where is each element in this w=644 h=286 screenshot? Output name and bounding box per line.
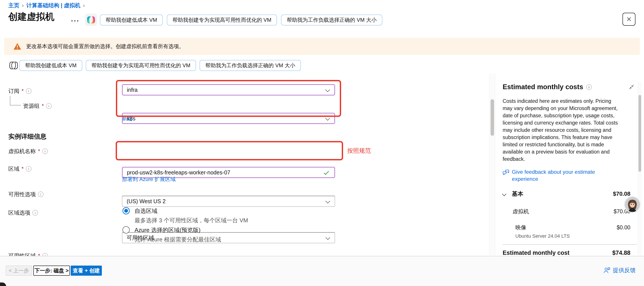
panel-scrollbar-thumb[interactable]	[638, 95, 641, 172]
chevron-down-icon	[326, 235, 330, 240]
costs-disclaimer-text: Costs indicated here are estimates only.…	[503, 98, 618, 163]
copilot-outline-icon	[8, 60, 19, 71]
warning-icon	[14, 43, 21, 50]
info-icon[interactable]	[32, 210, 38, 215]
radio-label[interactable]: 自选区域	[134, 207, 248, 215]
region-label: 区域 *	[8, 165, 32, 172]
info-icon[interactable]	[586, 84, 592, 90]
required-asterisk: *	[22, 166, 24, 172]
suggestion-high-availability-vm-button[interactable]: 帮助我创建专为实现高可用性而优化的 VM	[86, 60, 196, 71]
avatar-image	[625, 197, 640, 212]
feedback-bubbles-icon	[503, 169, 509, 176]
region-select[interactable]: (US) West US 2	[122, 196, 335, 207]
connector-line	[10, 96, 10, 105]
annotation-text: 按照规范	[347, 147, 371, 155]
zone-options-label: 区域选项	[8, 209, 38, 216]
estimated-monthly-cost-row: Estimated monthly cost $74.88	[503, 249, 630, 256]
availability-options-label: 可用性选项	[8, 191, 44, 198]
chevron-down-icon[interactable]	[502, 192, 506, 196]
vm-name-label: 虚拟机名称 *	[8, 148, 48, 155]
suggestion-low-cost-vm-button[interactable]: 帮助我创建低成本 VM	[100, 15, 163, 26]
cost-item-image-sub: Ubuntu Server 24.04 LTS	[503, 233, 634, 239]
copilot-suggestions-row: 帮助我创建低成本 VM 帮助我创建专为实现高可用性而优化的 VM 帮助我为工作负…	[19, 60, 301, 71]
deploy-extended-zone-link[interactable]: 部署到 Azure 扩展区域	[122, 176, 176, 183]
radio-description: 最多选择 3 个可用性区域，每个区域一台 VM	[134, 217, 248, 224]
resource-group-select[interactable]: k8s	[122, 113, 335, 124]
assistant-avatar[interactable]	[624, 196, 641, 213]
radio-description: 允许 Azure 根据需要分配最佳区域	[134, 236, 221, 243]
breadcrumb-section-link[interactable]: 计算基础结构 | 虚拟机	[26, 2, 80, 9]
radio-selected[interactable]	[122, 207, 130, 214]
breadcrumb-separator: ›	[83, 3, 85, 9]
estimated-costs-panel: Estimated monthly costs Costs indicated …	[503, 83, 634, 256]
cost-item-image: 映像 $0.00	[503, 224, 630, 231]
next-step-disks-button[interactable]: 下一步: 磁盘 >	[33, 265, 70, 276]
breadcrumb-home-link[interactable]: 主页	[8, 2, 19, 9]
person-feedback-icon	[604, 267, 610, 273]
radio-unselected[interactable]	[122, 226, 130, 233]
required-asterisk: *	[42, 103, 44, 109]
suggestion-right-vm-size-button[interactable]: 帮助我为工作负载选择正确的 VM 大小	[200, 60, 301, 71]
chevron-down-icon	[326, 199, 330, 203]
annotation-box-vm-name	[116, 141, 343, 160]
review-create-button[interactable]: 查看 + 创建	[71, 265, 102, 276]
close-icon: ✕	[626, 16, 632, 23]
close-button[interactable]: ✕	[622, 13, 636, 26]
create-new-resource-group-link[interactable]: 新建	[122, 115, 132, 122]
required-asterisk: *	[22, 88, 24, 94]
required-asterisk: *	[38, 148, 40, 154]
more-options-icon[interactable]	[71, 20, 78, 22]
info-icon[interactable]	[42, 148, 48, 154]
subscription-label: 订阅 *	[8, 87, 32, 95]
collapse-panel-icon[interactable]	[629, 84, 634, 90]
copilot-logo-button[interactable]	[85, 14, 97, 26]
valid-check-icon	[324, 170, 329, 175]
main-scrollbar-thumb[interactable]	[490, 99, 494, 136]
zone-option-self-select: 自选区域 最多选择 3 个可用性区域，每个区域一台 VM	[122, 207, 248, 224]
copilot-icon	[87, 16, 95, 24]
costs-panel-title: Estimated monthly costs	[503, 83, 634, 91]
previous-step-button[interactable]: < 上一步	[6, 265, 32, 276]
breadcrumb: 主页 › 计算基础结构 | 虚拟机 ›	[8, 2, 85, 9]
suggestion-high-availability-vm-button[interactable]: 帮助我创建专为实现高可用性而优化的 VM	[167, 15, 277, 26]
cost-group-basic: 基本 $70.08	[503, 190, 630, 198]
instance-details-heading: 实例详细信息	[8, 132, 46, 141]
info-icon[interactable]	[46, 103, 52, 109]
connector-line	[10, 105, 21, 105]
panel-divider	[503, 244, 637, 245]
zone-option-azure-select: Azure 选择的区域(预览版) 允许 Azure 根据需要分配最佳区域	[122, 226, 221, 243]
radio-label[interactable]: Azure 选择的区域(预览版)	[134, 226, 221, 234]
cost-item-vm: 虚拟机 $70.08	[503, 208, 630, 215]
subscription-select[interactable]: infra	[122, 84, 335, 95]
warning-text: 更改基本选项可能会重置所做的选择。创建虚拟机前查看所有选项。	[26, 43, 184, 50]
warning-banner: 更改基本选项可能会重置所做的选择。创建虚拟机前查看所有选项。	[4, 38, 640, 55]
copilot-suggestions-row-top: 帮助我创建低成本 VM 帮助我创建专为实现高可用性而优化的 VM 帮助我为工作负…	[100, 15, 382, 26]
resource-group-label: 资源组 *	[23, 102, 52, 110]
breadcrumb-separator: ›	[22, 3, 24, 9]
info-icon[interactable]	[26, 166, 32, 172]
info-icon[interactable]	[38, 192, 44, 197]
give-feedback-link[interactable]: 提供反馈	[604, 266, 636, 274]
info-icon[interactable]	[26, 88, 32, 94]
footer-bar: < 上一步 下一步: 磁盘 > 查看 + 创建 提供反馈	[0, 256, 644, 286]
chevron-down-icon	[325, 87, 330, 92]
suggestion-right-vm-size-button[interactable]: 帮助我为工作负载选择正确的 VM 大小	[281, 15, 382, 26]
page-title: 创建虚拟机	[8, 11, 54, 23]
estimate-feedback-link[interactable]: Give feedback about your estimate experi…	[503, 168, 608, 183]
suggestion-low-cost-vm-button[interactable]: 帮助我创建低成本 VM	[19, 60, 82, 71]
chevron-down-icon	[325, 116, 330, 121]
